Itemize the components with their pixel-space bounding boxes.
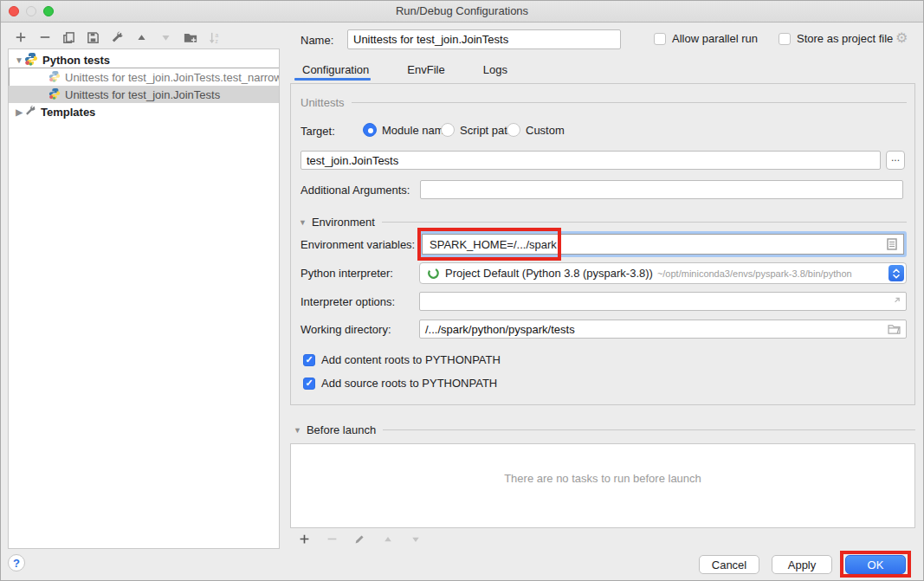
tree-item-label: Templates xyxy=(41,106,95,119)
environment-section-header[interactable]: ▼ Environment xyxy=(299,216,907,229)
interpreter-options-label: Interpreter options: xyxy=(300,295,395,308)
checkbox-icon[interactable] xyxy=(654,33,666,45)
help-button[interactable]: ? xyxy=(8,554,25,571)
radio-module-name-label: Module name xyxy=(382,124,450,137)
tree-item-label: Unittests for test_join.JoinTests.test_n… xyxy=(65,71,279,84)
question-mark-icon: ? xyxy=(13,557,20,570)
module-name-value: test_join.JoinTests xyxy=(307,154,398,167)
dropdown-stepper-icon[interactable] xyxy=(888,265,904,281)
interpreter-options-input[interactable] xyxy=(419,292,907,311)
radio-script-path-label: Script path xyxy=(460,124,514,137)
templates-wrench-icon xyxy=(24,105,36,119)
checkbox-checked-icon[interactable]: ✓ xyxy=(303,354,315,366)
radio-module-name[interactable]: Module name xyxy=(363,123,450,137)
environment-section-label: Environment xyxy=(312,216,375,229)
module-name-input[interactable]: test_join.JoinTests xyxy=(300,151,881,170)
apply-button[interactable]: Apply xyxy=(772,555,832,574)
environment-variables-input[interactable]: SPARK_HOME=/.../spark xyxy=(419,231,907,257)
target-label: Target: xyxy=(300,125,335,138)
tab-logs[interactable]: Logs xyxy=(481,60,509,83)
before-launch-label: Before launch xyxy=(307,423,376,436)
apply-button-label: Apply xyxy=(788,558,817,571)
checkbox-icon[interactable] xyxy=(779,33,791,45)
remove-task-icon xyxy=(325,532,339,546)
radio-custom[interactable]: Custom xyxy=(507,123,565,137)
before-launch-section-header[interactable]: ▼ Before launch xyxy=(294,423,915,436)
chevron-down-icon[interactable]: ▼ xyxy=(14,55,24,65)
new-folder-icon[interactable] xyxy=(183,30,197,45)
svg-text:z: z xyxy=(215,38,217,44)
configurations-toolbar: az xyxy=(13,29,222,46)
checkbox-checked-icon[interactable]: ✓ xyxy=(303,378,315,390)
allow-parallel-run-label: Allow parallel run xyxy=(672,32,758,45)
no-tasks-message: There are no tasks to run before launch xyxy=(291,472,914,485)
run-debug-configurations-dialog: Run/Debug Configurations az ▼ xyxy=(0,0,924,581)
name-value: Unittests for test_join.JoinTests xyxy=(353,33,508,46)
chevron-right-icon[interactable]: ▶ xyxy=(14,107,24,117)
python-tests-icon xyxy=(24,52,38,68)
gear-icon[interactable]: ⚙ xyxy=(895,29,908,46)
remove-configuration-icon[interactable] xyxy=(37,30,52,45)
before-launch-toolbar xyxy=(297,532,423,546)
python-interpreter-path: ~/opt/miniconda3/envs/pyspark-3.8/bin/py… xyxy=(657,268,852,279)
tree-item-python-tests[interactable]: ▼ Python tests xyxy=(9,51,279,68)
name-label: Name: xyxy=(300,34,333,47)
radio-script-path[interactable]: Script path xyxy=(441,123,514,137)
radio-icon[interactable] xyxy=(441,123,455,137)
tree-item-label: Python tests xyxy=(42,54,110,67)
add-source-roots-checkbox[interactable]: ✓ Add source roots to PYTHONPATH xyxy=(303,377,497,390)
tree-item-label: Unittests for test_join.JoinTests xyxy=(65,88,220,101)
folder-icon[interactable] xyxy=(888,324,901,334)
task-move-down-icon xyxy=(408,532,423,546)
python-interpreter-select[interactable]: Project Default (Python 3.8 (pyspark-3.8… xyxy=(419,262,907,284)
chevron-down-icon[interactable]: ▼ xyxy=(294,426,301,435)
edit-task-icon xyxy=(352,532,367,546)
additional-arguments-input[interactable] xyxy=(420,180,903,199)
move-down-icon xyxy=(158,30,173,45)
tree-item-unittests-jointests-selected[interactable]: Unittests for test_join.JoinTests xyxy=(9,86,279,103)
name-input[interactable]: Unittests for test_join.JoinTests xyxy=(347,29,621,49)
edit-variables-icon[interactable] xyxy=(887,238,897,250)
tab-envfile[interactable]: EnvFile xyxy=(405,60,446,83)
radio-icon[interactable] xyxy=(507,123,520,137)
ok-button[interactable]: OK xyxy=(845,555,906,574)
radio-icon[interactable] xyxy=(363,123,377,137)
add-task-icon[interactable] xyxy=(297,532,312,546)
tree-item-templates[interactable]: ▶ Templates xyxy=(9,103,279,120)
cancel-button[interactable]: Cancel xyxy=(699,555,759,574)
title-bar: Run/Debug Configurations xyxy=(1,1,923,23)
radio-custom-label: Custom xyxy=(526,124,565,137)
additional-arguments-label: Additional Arguments: xyxy=(300,184,410,197)
ellipsis-icon: ... xyxy=(891,152,900,164)
unittests-section-label: Unittests xyxy=(300,96,345,109)
store-as-project-file-checkbox[interactable]: Store as project file xyxy=(779,32,893,45)
add-source-roots-label: Add source roots to PYTHONPATH xyxy=(321,377,497,390)
active-tab-underline xyxy=(294,78,371,81)
window-title: Run/Debug Configurations xyxy=(1,4,923,17)
environment-variables-value: SPARK_HOME=/.../spark xyxy=(430,238,557,251)
conda-env-icon xyxy=(427,267,440,280)
allow-parallel-run-checkbox[interactable]: Allow parallel run xyxy=(654,32,758,45)
sort-alphabetically-icon: az xyxy=(207,30,222,45)
python-test-config-icon xyxy=(48,70,61,85)
unittests-section-title: Unittests xyxy=(300,96,907,109)
add-content-roots-label: Add content roots to PYTHONPATH xyxy=(321,353,501,366)
task-move-up-icon xyxy=(380,532,395,546)
copy-configuration-icon[interactable] xyxy=(61,30,76,45)
working-directory-input[interactable]: /.../spark/python/pyspark/tests xyxy=(419,320,907,339)
move-up-icon[interactable] xyxy=(134,30,149,45)
browse-module-button[interactable]: ... xyxy=(886,151,905,170)
save-configuration-icon[interactable] xyxy=(86,30,100,45)
working-directory-value: /.../spark/python/pyspark/tests xyxy=(425,323,575,336)
tree-item-unittests-narrow[interactable]: Unittests for test_join.JoinTests.test_n… xyxy=(9,68,279,86)
cancel-button-label: Cancel xyxy=(712,558,746,571)
configurations-tree: ▼ Python tests Unittests for test_join.J… xyxy=(8,48,280,549)
chevron-down-icon[interactable]: ▼ xyxy=(299,218,307,227)
before-launch-tasks-panel: There are no tasks to run before launch xyxy=(290,443,915,528)
edit-templates-icon[interactable] xyxy=(110,30,125,45)
add-content-roots-checkbox[interactable]: ✓ Add content roots to PYTHONPATH xyxy=(303,353,501,366)
expand-field-icon[interactable] xyxy=(891,297,901,307)
add-configuration-icon[interactable] xyxy=(13,30,28,45)
working-directory-label: Working directory: xyxy=(300,323,391,336)
ok-button-label: OK xyxy=(868,558,884,571)
